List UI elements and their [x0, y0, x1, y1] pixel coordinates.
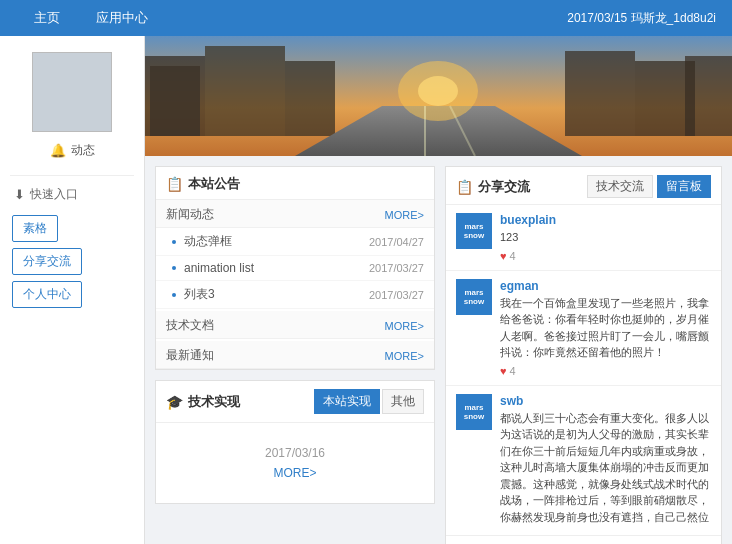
quick-entry-section: ⬇ 快速入口: [0, 176, 144, 209]
like-count-1: 4: [510, 250, 516, 262]
comment-1: mars snow buexplain 123 ♥ 4: [446, 205, 721, 271]
svg-rect-7: [685, 56, 732, 136]
comment-username-3[interactable]: swb: [500, 394, 711, 408]
notice-more-link[interactable]: MORE>: [385, 350, 424, 362]
tech-docs-label: 技术文档: [166, 317, 214, 334]
comment-body-3: swb 都说人到三十心态会有重大变化。很多人以为这话说的是初为人父母的激励，其实…: [500, 394, 711, 526]
share-title: 📋 分享交流: [456, 178, 530, 196]
tech-section: 🎓 技术实现 本站实现 其他 2017/03/16 MORE>: [155, 380, 435, 504]
comment-body-2: egman 我在一个百饰盒里发现了一些老照片，我拿给爸爸说：你看年轻时你也挺帅的…: [500, 279, 711, 377]
banner-image: [145, 36, 732, 156]
user-status: 🔔 动态: [50, 142, 95, 159]
avatar-area: 🔔 动态: [0, 36, 144, 175]
tech-more-link[interactable]: MORE>: [273, 466, 316, 480]
news-date-2: 2017/03/27: [369, 262, 424, 274]
announcement-title: 📋 本站公告: [166, 175, 240, 193]
share-tab-tech[interactable]: 技术交流: [587, 175, 653, 198]
tech-docs-more-link[interactable]: MORE>: [385, 320, 424, 332]
comment-text-3: 都说人到三十心态会有重大变化。很多人以为这话说的是初为人父母的激励，其实长辈们在…: [500, 410, 711, 526]
comment-2: mars snow egman 我在一个百饰盒里发现了一些老照片，我拿给爸爸说：…: [446, 271, 721, 386]
sidebar: 🔔 动态 ⬇ 快速入口 素格 分享交流 个人中心: [0, 36, 145, 544]
comment-body-1: buexplain 123 ♥ 4: [500, 213, 711, 262]
comment-avatar-2: mars snow: [456, 279, 492, 315]
comment-3: mars snow swb 都说人到三十心态会有重大变化。很多人以为这话说的是初…: [446, 386, 721, 526]
status-label: 动态: [71, 142, 95, 159]
right-column: 📋 分享交流 技术交流 留言板 mars s: [445, 166, 722, 544]
news-date-1: 2017/04/27: [369, 236, 424, 248]
nav-left: 主页 应用中心: [16, 0, 166, 36]
quick-entry-label: 快速入口: [30, 186, 78, 203]
main-wrap: 🔔 动态 ⬇ 快速入口 素格 分享交流 个人中心: [0, 36, 732, 544]
news-item-3: 列表3 2017/03/27: [156, 281, 434, 309]
news-more-link[interactable]: MORE>: [385, 209, 424, 221]
left-column: 📋 本站公告 新闻动态 MORE> 动态弹框 20: [155, 166, 435, 544]
news-date-3: 2017/03/27: [369, 289, 424, 301]
news-title-1[interactable]: 动态弹框: [184, 233, 232, 250]
heart-icon-2[interactable]: ♥: [500, 365, 507, 377]
news-title-2[interactable]: animation list: [184, 261, 254, 275]
tech-title: 🎓 技术实现: [166, 393, 240, 411]
comments-list: mars snow buexplain 123 ♥ 4: [446, 205, 721, 525]
tech-date: 2017/03/16: [265, 446, 325, 460]
comment-like-1: ♥ 4: [500, 250, 711, 262]
svg-rect-2: [150, 66, 200, 136]
share-card: 📋 分享交流 技术交流 留言板 mars s: [445, 166, 722, 544]
top-nav: 主页 应用中心 2017/03/15 玛斯龙_1dd8u2i: [0, 0, 732, 36]
tech-icon: 🎓: [166, 394, 183, 410]
input-area: 发送: [446, 535, 721, 544]
tech-content: 2017/03/16 MORE>: [156, 423, 434, 503]
svg-rect-3: [205, 46, 285, 136]
comment-like-2: ♥ 4: [500, 365, 711, 377]
sidebar-btn-group: 素格 分享交流 个人中心: [0, 209, 144, 314]
nav-app-center[interactable]: 应用中心: [78, 0, 166, 36]
content-area: 📋 本站公告 新闻动态 MORE> 动态弹框 20: [145, 156, 732, 544]
share-tab-message[interactable]: 留言板: [657, 175, 711, 198]
download-icon: ⬇: [14, 187, 25, 202]
news-item-1: 动态弹框 2017/04/27: [156, 228, 434, 256]
comment-avatar-3: mars snow: [456, 394, 492, 430]
svg-rect-5: [565, 51, 635, 136]
avatar: [32, 52, 112, 132]
notice-sub-header: 最新通知 MORE>: [156, 341, 434, 369]
tech-docs-sub-header: 技术文档 MORE>: [156, 311, 434, 339]
tech-tabs: 本站实现 其他: [314, 389, 424, 414]
tech-header: 🎓 技术实现 本站实现 其他: [156, 381, 434, 423]
announcement-icon: 📋: [166, 176, 183, 192]
news-sub-header: 新闻动态 MORE>: [156, 200, 434, 228]
sidebar-btn-share[interactable]: 分享交流: [12, 248, 82, 275]
comment-text-1: 123: [500, 229, 711, 246]
like-count-2: 4: [510, 365, 516, 377]
announcement-header: 📋 本站公告: [156, 167, 434, 200]
news-label: 新闻动态: [166, 206, 214, 223]
speaker-icon: 🔔: [50, 143, 66, 158]
notice-label: 最新通知: [166, 347, 214, 364]
comment-text-2: 我在一个百饰盒里发现了一些老照片，我拿给爸爸说：你看年轻时你也挺帅的，岁月催人老…: [500, 295, 711, 361]
tech-tab-other[interactable]: 其他: [382, 389, 424, 414]
news-bullet-1: [172, 240, 176, 244]
tech-tab-site[interactable]: 本站实现: [314, 389, 380, 414]
svg-point-10: [418, 76, 458, 106]
sidebar-btn-suoge[interactable]: 素格: [12, 215, 58, 242]
share-icon: 📋: [456, 179, 473, 195]
share-header: 📋 分享交流 技术交流 留言板: [446, 167, 721, 205]
nav-home[interactable]: 主页: [16, 0, 78, 36]
comment-avatar-1: mars snow: [456, 213, 492, 249]
heart-icon-1[interactable]: ♥: [500, 250, 507, 262]
svg-rect-4: [285, 61, 335, 136]
news-bullet-3: [172, 293, 176, 297]
announcement-card: 📋 本站公告 新闻动态 MORE> 动态弹框 20: [155, 166, 435, 370]
comment-username-1[interactable]: buexplain: [500, 213, 711, 227]
news-title-3[interactable]: 列表3: [184, 286, 215, 303]
share-tabs: 技术交流 留言板: [587, 175, 711, 198]
comment-username-2[interactable]: egman: [500, 279, 711, 293]
banner: [145, 36, 732, 156]
news-item-2: animation list 2017/03/27: [156, 256, 434, 281]
sidebar-btn-profile[interactable]: 个人中心: [12, 281, 82, 308]
news-bullet-2: [172, 266, 176, 270]
right-panel: 📋 本站公告 新闻动态 MORE> 动态弹框 20: [145, 36, 732, 544]
nav-right-info: 2017/03/15 玛斯龙_1dd8u2i: [567, 10, 716, 27]
